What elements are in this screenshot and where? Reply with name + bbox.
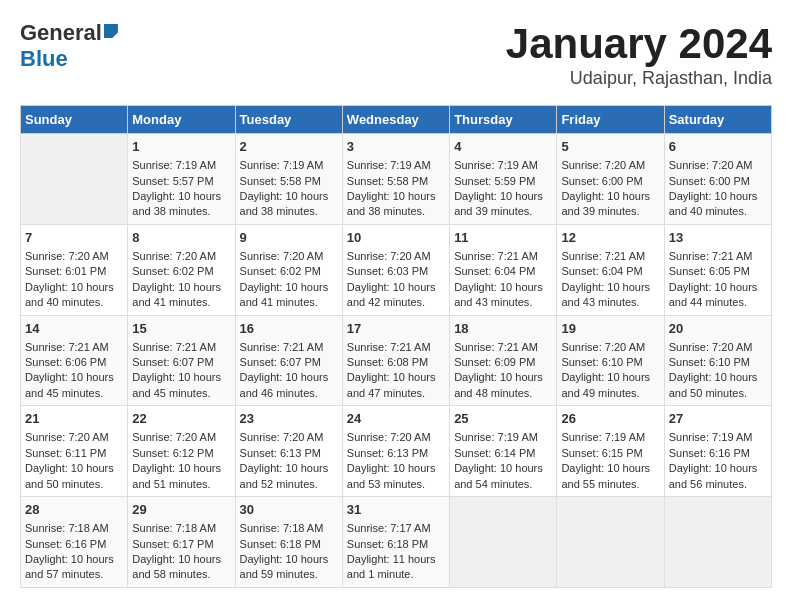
day-info: Sunset: 6:18 PM <box>347 537 445 552</box>
column-header-thursday: Thursday <box>450 106 557 134</box>
day-info: Daylight: 10 hours <box>240 189 338 204</box>
calendar-cell: 25Sunrise: 7:19 AMSunset: 6:14 PMDayligh… <box>450 406 557 497</box>
day-info: Sunrise: 7:19 AM <box>669 430 767 445</box>
day-info: Daylight: 10 hours <box>240 280 338 295</box>
day-number: 6 <box>669 138 767 156</box>
day-info: Daylight: 10 hours <box>669 461 767 476</box>
day-info: and 38 minutes. <box>240 204 338 219</box>
day-info: and 1 minute. <box>347 567 445 582</box>
calendar-cell: 28Sunrise: 7:18 AMSunset: 6:16 PMDayligh… <box>21 497 128 588</box>
day-number: 31 <box>347 501 445 519</box>
day-info: Sunrise: 7:21 AM <box>132 340 230 355</box>
week-row-5: 28Sunrise: 7:18 AMSunset: 6:16 PMDayligh… <box>21 497 772 588</box>
calendar-cell: 24Sunrise: 7:20 AMSunset: 6:13 PMDayligh… <box>342 406 449 497</box>
day-number: 26 <box>561 410 659 428</box>
calendar-cell: 21Sunrise: 7:20 AMSunset: 6:11 PMDayligh… <box>21 406 128 497</box>
day-number: 27 <box>669 410 767 428</box>
week-row-1: 1Sunrise: 7:19 AMSunset: 5:57 PMDaylight… <box>21 134 772 225</box>
column-header-monday: Monday <box>128 106 235 134</box>
calendar-cell: 10Sunrise: 7:20 AMSunset: 6:03 PMDayligh… <box>342 224 449 315</box>
day-info: Daylight: 10 hours <box>561 461 659 476</box>
column-header-wednesday: Wednesday <box>342 106 449 134</box>
day-info: and 45 minutes. <box>132 386 230 401</box>
calendar-cell: 17Sunrise: 7:21 AMSunset: 6:08 PMDayligh… <box>342 315 449 406</box>
day-number: 20 <box>669 320 767 338</box>
day-info: Sunrise: 7:19 AM <box>347 158 445 173</box>
calendar-cell: 7Sunrise: 7:20 AMSunset: 6:01 PMDaylight… <box>21 224 128 315</box>
column-header-sunday: Sunday <box>21 106 128 134</box>
day-info: Daylight: 10 hours <box>454 189 552 204</box>
day-info: Sunset: 6:00 PM <box>561 174 659 189</box>
day-info: Daylight: 10 hours <box>240 370 338 385</box>
day-info: Daylight: 10 hours <box>25 461 123 476</box>
day-info: and 47 minutes. <box>347 386 445 401</box>
day-info: Sunset: 6:16 PM <box>25 537 123 552</box>
day-info: Sunset: 6:10 PM <box>561 355 659 370</box>
day-info: Daylight: 11 hours <box>347 552 445 567</box>
day-info: Sunset: 6:02 PM <box>132 264 230 279</box>
day-info: and 43 minutes. <box>561 295 659 310</box>
day-info: and 39 minutes. <box>561 204 659 219</box>
week-row-3: 14Sunrise: 7:21 AMSunset: 6:06 PMDayligh… <box>21 315 772 406</box>
week-row-2: 7Sunrise: 7:20 AMSunset: 6:01 PMDaylight… <box>21 224 772 315</box>
title-area: January 2024 Udaipur, Rajasthan, India <box>506 20 772 89</box>
day-info: and 50 minutes. <box>669 386 767 401</box>
calendar-cell: 11Sunrise: 7:21 AMSunset: 6:04 PMDayligh… <box>450 224 557 315</box>
day-number: 9 <box>240 229 338 247</box>
day-number: 23 <box>240 410 338 428</box>
calendar-cell <box>557 497 664 588</box>
day-info: Daylight: 10 hours <box>669 280 767 295</box>
day-number: 8 <box>132 229 230 247</box>
day-info: and 41 minutes. <box>240 295 338 310</box>
day-info: Sunset: 6:07 PM <box>132 355 230 370</box>
day-number: 4 <box>454 138 552 156</box>
day-info: and 41 minutes. <box>132 295 230 310</box>
day-info: Sunset: 6:01 PM <box>25 264 123 279</box>
day-info: Sunrise: 7:21 AM <box>669 249 767 264</box>
day-number: 21 <box>25 410 123 428</box>
day-info: and 55 minutes. <box>561 477 659 492</box>
day-info: Daylight: 10 hours <box>25 370 123 385</box>
calendar-cell <box>664 497 771 588</box>
column-header-saturday: Saturday <box>664 106 771 134</box>
day-info: Sunset: 6:00 PM <box>669 174 767 189</box>
day-info: and 45 minutes. <box>25 386 123 401</box>
day-info: Sunset: 6:03 PM <box>347 264 445 279</box>
calendar-cell: 19Sunrise: 7:20 AMSunset: 6:10 PMDayligh… <box>557 315 664 406</box>
day-info: Sunset: 6:04 PM <box>454 264 552 279</box>
day-info: Sunrise: 7:18 AM <box>132 521 230 536</box>
day-number: 28 <box>25 501 123 519</box>
day-info: Sunrise: 7:20 AM <box>561 158 659 173</box>
day-info: Daylight: 10 hours <box>132 189 230 204</box>
day-info: and 58 minutes. <box>132 567 230 582</box>
day-info: Sunset: 5:58 PM <box>347 174 445 189</box>
calendar-cell: 3Sunrise: 7:19 AMSunset: 5:58 PMDaylight… <box>342 134 449 225</box>
day-number: 22 <box>132 410 230 428</box>
day-info: Sunset: 5:58 PM <box>240 174 338 189</box>
day-info: and 40 minutes. <box>669 204 767 219</box>
day-info: Sunrise: 7:20 AM <box>347 249 445 264</box>
calendar-cell: 22Sunrise: 7:20 AMSunset: 6:12 PMDayligh… <box>128 406 235 497</box>
day-number: 30 <box>240 501 338 519</box>
day-info: Sunset: 6:12 PM <box>132 446 230 461</box>
header: General Blue January 2024 Udaipur, Rajas… <box>20 20 772 89</box>
day-info: and 43 minutes. <box>454 295 552 310</box>
logo-icon <box>104 24 118 38</box>
day-info: Sunrise: 7:21 AM <box>454 249 552 264</box>
day-info: Sunset: 5:59 PM <box>454 174 552 189</box>
day-number: 13 <box>669 229 767 247</box>
day-info: Sunset: 6:15 PM <box>561 446 659 461</box>
day-info: Sunset: 6:04 PM <box>561 264 659 279</box>
day-info: Daylight: 10 hours <box>669 189 767 204</box>
day-number: 24 <box>347 410 445 428</box>
day-info: Sunset: 6:06 PM <box>25 355 123 370</box>
day-info: and 50 minutes. <box>25 477 123 492</box>
day-info: Daylight: 10 hours <box>561 370 659 385</box>
calendar-cell: 23Sunrise: 7:20 AMSunset: 6:13 PMDayligh… <box>235 406 342 497</box>
day-info: Sunset: 6:02 PM <box>240 264 338 279</box>
calendar-cell: 29Sunrise: 7:18 AMSunset: 6:17 PMDayligh… <box>128 497 235 588</box>
day-info: Daylight: 10 hours <box>347 280 445 295</box>
day-number: 1 <box>132 138 230 156</box>
day-number: 10 <box>347 229 445 247</box>
day-info: Sunrise: 7:21 AM <box>347 340 445 355</box>
